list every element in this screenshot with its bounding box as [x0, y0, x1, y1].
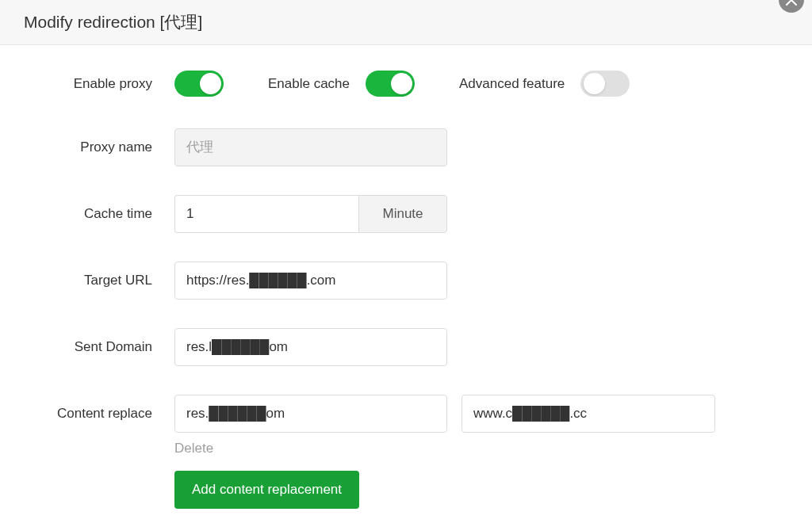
- enable-cache-label: Enable cache: [224, 76, 366, 92]
- dialog-header: Modify redirection [代理]: [0, 0, 812, 45]
- add-content-replacement-button[interactable]: Add content replacement: [174, 471, 359, 509]
- proxy-name-input[interactable]: [174, 128, 447, 166]
- target-url-input[interactable]: [174, 262, 447, 300]
- cache-time-input[interactable]: [174, 195, 358, 233]
- advanced-feature-toggle[interactable]: [580, 71, 630, 97]
- enable-proxy-toggle[interactable]: [174, 71, 224, 97]
- enable-cache-toggle[interactable]: [366, 71, 415, 97]
- advanced-feature-label: Advanced feature: [415, 76, 580, 92]
- cache-time-unit-selector[interactable]: Minute: [358, 195, 447, 233]
- form-area: Enable proxy Enable cache Advanced featu…: [0, 45, 812, 509]
- content-replace-to-input[interactable]: [462, 395, 715, 433]
- delete-replacement-button[interactable]: Delete: [174, 441, 213, 456]
- row-target-url: Target URL: [32, 262, 780, 300]
- dialog-title: Modify redirection [代理]: [24, 11, 202, 33]
- enable-proxy-label: Enable proxy: [32, 76, 174, 92]
- toggle-item-enable-cache: Enable cache: [224, 71, 415, 97]
- close-icon: [786, 0, 797, 6]
- target-url-label: Target URL: [32, 273, 174, 288]
- row-proxy-name: Proxy name: [32, 128, 780, 166]
- content-replace-from-input[interactable]: [174, 395, 447, 433]
- toggle-item-enable-proxy: Enable proxy: [32, 71, 224, 97]
- row-cache-time: Cache time Minute: [32, 195, 780, 233]
- content-replace-label: Content replace: [32, 406, 174, 422]
- toggle-knob: [584, 73, 605, 94]
- row-content-replace: Content replace: [32, 395, 780, 433]
- row-sent-domain: Sent Domain: [32, 328, 780, 366]
- toggle-knob: [200, 73, 221, 94]
- sent-domain-input[interactable]: [174, 328, 447, 366]
- toggle-knob: [391, 73, 412, 94]
- toggle-item-advanced: Advanced feature: [415, 71, 630, 97]
- proxy-name-label: Proxy name: [32, 139, 174, 155]
- sent-domain-label: Sent Domain: [32, 339, 174, 355]
- cache-time-label: Cache time: [32, 206, 174, 222]
- toggle-row: Enable proxy Enable cache Advanced featu…: [32, 71, 780, 97]
